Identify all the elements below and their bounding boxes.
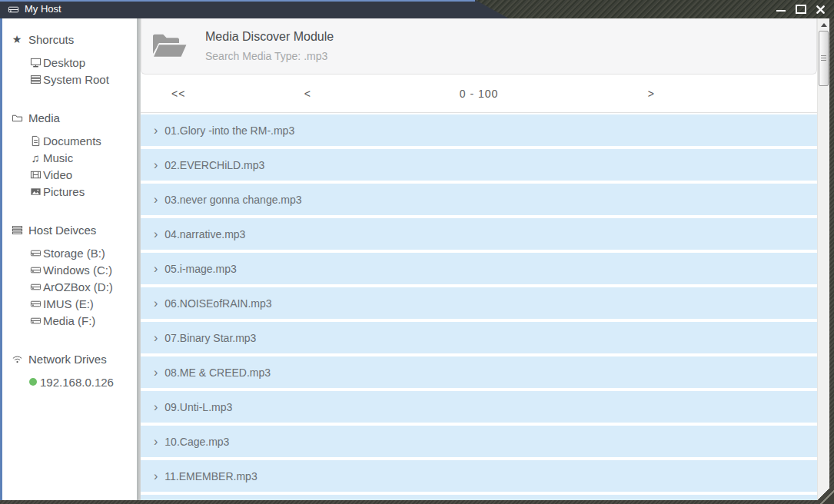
server-stack-icon bbox=[11, 224, 23, 236]
file-name: 10.Cage.mp3 bbox=[164, 436, 229, 448]
sidebar-item-documents[interactable]: Documents bbox=[2, 132, 137, 149]
sidebar-item-arozbox-d[interactable]: ArOZBox (D:) bbox=[2, 278, 137, 295]
sidebar-section-shortcuts: ★ Shorcuts Desktop System Root bbox=[2, 31, 137, 88]
sidebar-item-label: Desktop bbox=[43, 56, 85, 69]
pagination-next-button[interactable]: > bbox=[648, 88, 655, 100]
sidebar-item-label: Windows (C:) bbox=[43, 264, 112, 277]
sidebar-item-label: Music bbox=[43, 151, 73, 164]
sidebar-item-video[interactable]: Video bbox=[2, 166, 137, 183]
window-title: My Host bbox=[25, 3, 61, 15]
hdd-icon bbox=[29, 280, 42, 293]
sidebar-section-label: Host Deivces bbox=[28, 224, 96, 237]
sidebar-item-music[interactable]: ♫ Music bbox=[2, 149, 137, 166]
wifi-icon bbox=[11, 353, 23, 365]
sidebar-section-label: Shorcuts bbox=[28, 33, 74, 46]
file-name: 05.i-mage.mp3 bbox=[164, 263, 236, 275]
file-name: 11.EMEMBER.mp3 bbox=[164, 470, 257, 482]
hdd-icon bbox=[29, 297, 42, 310]
chevron-right-icon: › bbox=[154, 297, 158, 310]
file-row[interactable]: ›03.never gonna change.mp3 bbox=[141, 184, 817, 215]
sidebar-item-label: System Root bbox=[43, 73, 109, 86]
chevron-right-icon: › bbox=[154, 366, 158, 379]
sidebar-item-label: Video bbox=[43, 168, 72, 181]
sidebar-header-host-devices: Host Deivces bbox=[2, 221, 137, 238]
open-folder-icon bbox=[151, 30, 188, 62]
system-root-icon bbox=[29, 73, 42, 85]
pagination-prev-button[interactable]: < bbox=[304, 88, 311, 100]
sidebar-item-desktop[interactable]: Desktop bbox=[2, 54, 137, 71]
file-row[interactable]: ›04.narrative.mp3 bbox=[141, 218, 817, 250]
file-row-partial[interactable] bbox=[141, 495, 817, 500]
chevron-right-icon: › bbox=[154, 263, 158, 275]
sidebar-header-network-drives: Network Drives bbox=[2, 350, 137, 367]
sidebar-item-system-root[interactable]: System Root bbox=[2, 71, 137, 88]
maximize-icon[interactable] bbox=[795, 4, 806, 15]
sidebar-header-media: Media bbox=[2, 109, 137, 126]
module-title: Media Discover Module bbox=[205, 30, 334, 44]
sidebar-section-network-drives: Network Drives 192.168.0.126 bbox=[2, 350, 137, 390]
sidebar-item-storage-b[interactable]: Storage (B:) bbox=[2, 244, 137, 261]
module-header: Media Discover Module Search Media Type:… bbox=[141, 18, 817, 75]
file-row[interactable]: ›07.Binary Star.mp3 bbox=[141, 322, 817, 353]
file-row[interactable]: ›05.i-mage.mp3 bbox=[141, 253, 817, 284]
desktop-wallpaper-sliver bbox=[0, 0, 834, 18]
online-status-dot bbox=[29, 378, 37, 386]
music-note-icon: ♫ bbox=[29, 151, 42, 164]
hdd-icon bbox=[29, 314, 42, 327]
file-name: 06.NOISEofRAIN.mp3 bbox=[164, 297, 271, 310]
scrollbar-up-icon[interactable] bbox=[818, 18, 829, 31]
scrollbar-track[interactable] bbox=[817, 18, 829, 500]
file-row[interactable]: ›06.NOISEofRAIN.mp3 bbox=[141, 287, 817, 319]
hdd-icon bbox=[29, 264, 42, 276]
pagination-range-label: 0 - 100 bbox=[460, 88, 499, 100]
file-name: 04.narrative.mp3 bbox=[164, 228, 245, 240]
sidebar-item-label: Storage (B:) bbox=[43, 247, 105, 260]
sidebar-item-imus-e[interactable]: IMUS (E:) bbox=[2, 295, 137, 312]
chevron-right-icon: › bbox=[154, 228, 158, 240]
sidebar-item-label: 192.168.0.126 bbox=[40, 376, 114, 389]
file-list: ›01.Glory -into the RM-.mp3 ›02.EVERCHiL… bbox=[141, 113, 817, 500]
file-row[interactable]: ›11.EMEMBER.mp3 bbox=[141, 460, 817, 492]
film-icon bbox=[29, 168, 42, 181]
sidebar-item-windows-c[interactable]: Windows (C:) bbox=[2, 261, 137, 278]
hdd-icon bbox=[7, 3, 19, 15]
file-name: 08.ME & CREED.mp3 bbox=[164, 366, 271, 379]
close-icon[interactable] bbox=[815, 4, 826, 15]
minimize-icon[interactable] bbox=[775, 4, 786, 15]
sidebar-item-network-host[interactable]: 192.168.0.126 bbox=[2, 373, 137, 390]
sidebar: ★ Shorcuts Desktop System Root bbox=[2, 18, 137, 500]
sidebar-section-media: Media Documents ♫ Music bbox=[2, 109, 137, 200]
file-row[interactable]: ›01.Glory -into the RM-.mp3 bbox=[141, 114, 817, 146]
pagination-first-button[interactable]: << bbox=[171, 88, 185, 100]
file-row[interactable]: ›08.ME & CREED.mp3 bbox=[141, 356, 817, 388]
file-name: 03.never gonna change.mp3 bbox=[164, 194, 301, 206]
resize-grip[interactable] bbox=[816, 486, 834, 504]
chevron-right-icon: › bbox=[154, 401, 158, 413]
titlebar[interactable]: My Host bbox=[0, 0, 834, 18]
app-window: My Host ★ Shorcuts bbox=[0, 0, 834, 504]
file-row[interactable]: ›09.Unti-L.mp3 bbox=[141, 391, 817, 423]
scrollbar-thumb[interactable] bbox=[819, 31, 829, 86]
file-row[interactable]: ›10.Cage.mp3 bbox=[141, 426, 817, 457]
chevron-right-icon: › bbox=[154, 436, 158, 448]
sidebar-item-label: Documents bbox=[43, 134, 101, 148]
sidebar-item-pictures[interactable]: Pictures bbox=[2, 183, 137, 200]
chevron-right-icon: › bbox=[154, 124, 158, 137]
main-panel: Media Discover Module Search Media Type:… bbox=[141, 18, 817, 500]
window-accent-edge bbox=[0, 0, 475, 2]
pagination-bar: << < 0 - 100 > bbox=[141, 75, 817, 113]
chevron-right-icon: › bbox=[154, 194, 158, 206]
sidebar-section-label: Network Drives bbox=[28, 353, 107, 366]
star-icon: ★ bbox=[11, 33, 23, 45]
hdd-icon bbox=[29, 247, 42, 259]
sidebar-item-label: IMUS (E:) bbox=[43, 297, 94, 310]
monitor-icon bbox=[29, 56, 42, 68]
folder-icon bbox=[11, 111, 23, 124]
sidebar-header-shortcuts: ★ Shorcuts bbox=[2, 31, 137, 48]
sidebar-item-media-f[interactable]: Media (F:) bbox=[2, 312, 137, 329]
sidebar-item-label: Pictures bbox=[43, 185, 85, 198]
file-name: 02.EVERCHiLD.mp3 bbox=[164, 159, 264, 171]
chevron-right-icon: › bbox=[154, 159, 158, 171]
window-bottom-border bbox=[0, 500, 834, 504]
file-row[interactable]: ›02.EVERCHiLD.mp3 bbox=[141, 149, 817, 181]
